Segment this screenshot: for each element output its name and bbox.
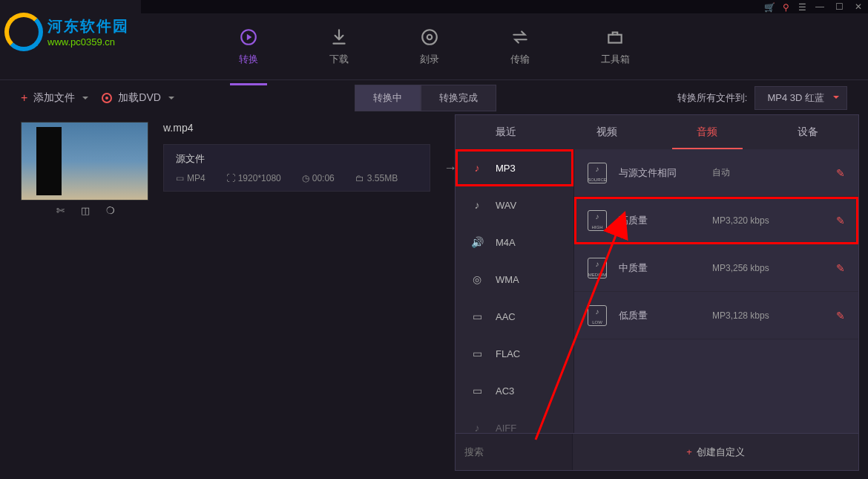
- source-quality-icon: SOURCE: [588, 163, 607, 183]
- edit-preset-icon[interactable]: ✎: [836, 167, 845, 179]
- svg-rect-3: [608, 34, 621, 42]
- tab-in-progress[interactable]: 转换中: [355, 85, 421, 111]
- speaker-icon: 🔊: [469, 235, 485, 249]
- quality-same-as-source[interactable]: SOURCE 与源文件相同 自动 ✎: [574, 149, 858, 197]
- disc-icon: [102, 93, 112, 103]
- file-size: 🗀 3.55MB: [355, 173, 398, 183]
- nav-transfer[interactable]: 传输: [502, 23, 539, 71]
- format-mp3[interactable]: ♪ MP3: [456, 149, 573, 186]
- speaker-icon: ◎: [469, 273, 485, 286]
- nav-label: 传输: [510, 53, 530, 66]
- create-custom-button[interactable]: + 创建自定义: [573, 446, 858, 459]
- nav-download[interactable]: 下载: [320, 23, 358, 71]
- key-icon[interactable]: ⚲: [780, 2, 791, 11]
- add-file-label: 添加文件: [33, 91, 75, 105]
- edit-preset-icon[interactable]: ✎: [836, 262, 845, 274]
- music-icon: ♪: [469, 198, 485, 212]
- format-flac[interactable]: ▭ FLAC: [456, 335, 573, 372]
- popup-tab-recent[interactable]: 最近: [456, 115, 556, 149]
- maximize-button[interactable]: ☐: [832, 2, 846, 11]
- quality-medium[interactable]: MEDIUM 中质量 MP3,256 kbps ✎: [574, 244, 858, 292]
- watermark-url: www.pc0359.cn: [47, 36, 129, 48]
- nav-label: 工具箱: [601, 53, 630, 66]
- nav-convert[interactable]: 转换: [230, 23, 267, 71]
- nav-label: 下载: [329, 53, 349, 66]
- file-resolution: ⛶ 1920*1080: [226, 173, 281, 183]
- format-wav[interactable]: ♪ WAV: [456, 186, 573, 224]
- edit-preset-icon[interactable]: ✎: [836, 310, 845, 322]
- chevron-down-icon: [168, 97, 174, 100]
- plus-icon: +: [21, 91, 27, 105]
- search-input[interactable]: [464, 446, 563, 457]
- edit-preset-icon[interactable]: ✎: [836, 215, 845, 227]
- convert-all-label: 转换所有文件到:: [677, 91, 748, 105]
- high-quality-icon: HIGH: [588, 210, 607, 231]
- format-wma[interactable]: ◎ WMA: [456, 261, 573, 298]
- nav-burn[interactable]: 刻录: [411, 23, 448, 71]
- quality-low[interactable]: LOW 低质量 MP3,128 kbps ✎: [574, 292, 858, 339]
- tab-done[interactable]: 转换完成: [421, 85, 496, 111]
- nav-label: 转换: [239, 53, 258, 66]
- chevron-down-icon: [82, 97, 88, 100]
- close-button[interactable]: ✕: [852, 2, 865, 11]
- nav-label: 刻录: [420, 53, 439, 66]
- file-duration: ◷ 00:06: [302, 173, 335, 183]
- convert-icon: [239, 27, 258, 47]
- hamburger-icon[interactable]: ☰: [797, 2, 807, 11]
- transfer-icon: [510, 27, 530, 47]
- popup-tab-device[interactable]: 设备: [757, 115, 858, 149]
- site-watermark: 河东软件园 www.pc0359.cn: [0, 0, 141, 63]
- minimize-button[interactable]: —: [813, 2, 826, 11]
- download-icon: [329, 27, 349, 47]
- format-m4a[interactable]: 🔊 M4A: [456, 224, 573, 261]
- trim-icon[interactable]: ✄: [56, 205, 65, 216]
- format-list: ♪ MP3 ♪ WAV 🔊 M4A ◎ WMA ▭ AAC ▭ FLAC: [456, 149, 574, 433]
- svg-point-1: [422, 30, 437, 45]
- video-thumbnail[interactable]: [21, 122, 148, 201]
- plus-icon: +: [686, 446, 692, 457]
- crop-icon[interactable]: ◫: [81, 205, 90, 216]
- medium-quality-icon: MEDIUM: [588, 258, 607, 278]
- format-icon: ▭: [469, 310, 485, 323]
- format-search-box[interactable]: [456, 434, 573, 470]
- convert-all-select[interactable]: MP4 3D 红蓝: [754, 86, 847, 110]
- format-icon: ▭: [469, 384, 485, 397]
- toolbar: + 添加文件 加载DVD 转换中 转换完成 转换所有文件到: MP4 3D 红蓝: [0, 80, 868, 116]
- load-dvd-button[interactable]: 加载DVD: [102, 91, 174, 105]
- quality-high[interactable]: HIGH 高质量 MP3,320 kbps ✎: [574, 197, 858, 244]
- file-format: ▭ MP4: [176, 173, 206, 183]
- svg-point-2: [427, 34, 432, 39]
- format-picker-popup: 最近 视频 音频 设备 ♪ MP3 ♪ WAV 🔊 M4A ◎ WMA ▭: [455, 114, 859, 471]
- quality-list: SOURCE 与源文件相同 自动 ✎ HIGH 高质量 MP3,320 kbps…: [574, 149, 858, 433]
- burn-icon: [420, 27, 439, 47]
- toolbox-icon: [605, 27, 625, 47]
- format-ac3[interactable]: ▭ AC3: [456, 372, 573, 409]
- watermark-text: 河东软件园: [47, 16, 129, 36]
- popup-tab-audio[interactable]: 音频: [657, 115, 758, 149]
- format-aac[interactable]: ▭ AAC: [456, 298, 573, 335]
- format-icon: ♪: [469, 421, 485, 433]
- source-label: 源文件: [176, 152, 418, 166]
- format-aiff[interactable]: ♪ AIFF: [456, 409, 573, 433]
- nav-toolbox[interactable]: 工具箱: [592, 23, 639, 71]
- popup-tab-video[interactable]: 视频: [556, 115, 657, 149]
- watermark-logo-icon: [4, 13, 43, 51]
- load-dvd-label: 加载DVD: [118, 91, 161, 105]
- source-box: 源文件 ▭ MP4 ⛶ 1920*1080 ◷ 00:06 🗀 3.55MB: [163, 144, 430, 192]
- music-icon: ♪: [469, 161, 485, 175]
- low-quality-icon: LOW: [588, 305, 607, 326]
- effects-icon[interactable]: ❍: [106, 205, 115, 216]
- format-icon: ▭: [469, 347, 485, 360]
- cart-icon[interactable]: 🛒: [764, 2, 775, 11]
- add-file-button[interactable]: + 添加文件: [21, 91, 88, 105]
